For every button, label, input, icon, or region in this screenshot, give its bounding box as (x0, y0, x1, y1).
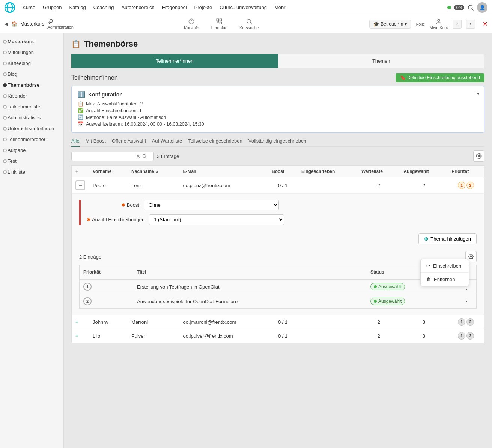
row-minus[interactable]: − (72, 177, 89, 194)
svg-line-4 (472, 9, 473, 10)
sidebar-item-blog[interactable]: Blog (0, 69, 63, 80)
lernpfad-item[interactable]: Lernpfad (211, 18, 227, 30)
nav-coaching[interactable]: Coaching (90, 0, 117, 15)
priority-circle-thema-2: 2 (83, 297, 92, 305)
anzahl-select[interactable]: 1 (Standard)23 (149, 214, 284, 225)
col-plus: + (72, 166, 89, 177)
expanded-cell: ✱ Boost OhneMit Boost ✱ Anzahl Ein (72, 194, 484, 315)
sidebar-item-kaffeeblog[interactable]: Kaffeeblog (0, 58, 63, 69)
sidebar-dot (3, 127, 7, 131)
nav-kurse[interactable]: Kurse (20, 0, 38, 15)
kursinfo-item[interactable]: Kursinfo (184, 18, 199, 30)
config-toggle[interactable]: ▾ (477, 91, 480, 96)
nav-fragenpool[interactable]: Fragenpool (159, 0, 190, 15)
search-icon-inner[interactable] (142, 153, 147, 159)
config-box: ℹ️ Konfiguration ▾ 📋 Max. Auswahl/Priori… (71, 86, 484, 133)
filter-tab-alle[interactable]: Alle (71, 138, 80, 147)
filter-tab-vollstaendig[interactable]: Vollständig eingeschrieben (248, 138, 307, 147)
sidebar-dot (3, 116, 7, 120)
table-header-row: + Vorname Nachname ▲ E-Mail Boost Einges… (72, 166, 484, 177)
nav-katalog[interactable]: Katalog (66, 0, 89, 15)
sidebar-item-aufgabe[interactable]: Aufgabe (0, 145, 63, 156)
nav-curriculumverwaltung[interactable]: Curriculumverwaltung (217, 0, 270, 15)
tab-themen[interactable]: Themen (278, 54, 485, 68)
search-row: ✕ 3 Einträge (71, 150, 484, 162)
rolle-button[interactable]: 🎓 Betreuer*in ▾ (369, 20, 411, 29)
nav-autorenbereich[interactable]: Autorenbereich (119, 0, 158, 15)
row-boost-lilo: 0 / 1 (268, 329, 298, 343)
thema-pri-1: 1 (80, 280, 134, 294)
plus-icon-johnny[interactable]: + (75, 319, 78, 325)
row-ausgewaehlt-lilo: 3 (400, 329, 448, 343)
clear-icon[interactable]: ✕ (136, 153, 140, 159)
row-vorname: Pedro (89, 177, 128, 194)
nav-projekte[interactable]: Projekte (191, 0, 215, 15)
filter-tab-offene[interactable]: Offene Auswahl (112, 138, 146, 147)
prev-arrow[interactable]: ‹ (453, 20, 462, 29)
sidebar-dot (3, 94, 7, 98)
sidebar-label: Kalender (8, 93, 27, 99)
status-badge-1: Ausgewählt (370, 283, 405, 290)
sidebar-label-themenboerse: Themenbörse (8, 82, 39, 88)
course-name[interactable]: Musterkurs (20, 21, 44, 27)
row-eingeschrieben (298, 177, 358, 194)
row-email-lilo: oo.lpulver@frentix.com (179, 329, 268, 343)
row-prioritaet-lilo: 1 2 (448, 329, 484, 343)
sidebar-dot (3, 40, 7, 44)
sidebar-item-linkliste[interactable]: Linkliste (0, 167, 63, 177)
thema-add-row: ⊕ Thema hinzufügen (79, 233, 477, 248)
thema-hinzufuegen-button[interactable]: ⊕ Thema hinzufügen (418, 233, 477, 244)
row-warteliste-johnny: 2 (358, 315, 400, 329)
sidebar-item-test[interactable]: Test ➤ (0, 156, 63, 167)
next-arrow[interactable]: › (466, 20, 475, 29)
tab-teilnehmer[interactable]: Teilnehmer*innen (71, 54, 278, 68)
filter-tab-warteliste[interactable]: Auf Warteliste (152, 138, 182, 147)
sidebar-item-mitteilungen[interactable]: Mitteilungen (0, 47, 63, 58)
popup-einschreiben[interactable]: ↩ Einschreiben (421, 259, 469, 273)
minus-button[interactable]: − (75, 180, 85, 190)
entries-count: 3 Einträge (157, 153, 179, 159)
nav-gruppen[interactable]: Gruppen (40, 0, 65, 15)
sidebar-item-themenboerse[interactable]: Themenbörse (0, 80, 63, 90)
three-dots-row-2[interactable]: ⋮ (461, 298, 472, 305)
logo[interactable] (5, 2, 15, 13)
sidebar-item-administratives[interactable]: Administratives (0, 112, 63, 123)
close-button[interactable]: ✕ (483, 20, 487, 27)
thema-actions-2: ⋮ (457, 294, 477, 309)
back-arrow[interactable]: ◀ (5, 21, 8, 27)
sidebar-item-teilnehmerliste[interactable]: Teilnehmerliste (0, 101, 63, 112)
thema-row-2: 2 Anwendungsbeispiele für OpenOlat-Formu… (80, 294, 477, 309)
definitive-button[interactable]: 🔖 Definitive Einschreibung ausstehend (396, 73, 484, 82)
sidebar-item-kalender[interactable]: Kalender (0, 90, 63, 101)
kurssuche-item[interactable]: Kurssuche (239, 18, 259, 30)
plus-icon-lilo[interactable]: + (75, 333, 78, 339)
row-plus-johnny[interactable]: + (72, 315, 89, 329)
row-plus-lilo[interactable]: + (72, 329, 89, 343)
sidebar-label: Teilnehmerliste (8, 104, 40, 110)
search-input[interactable] (75, 153, 135, 159)
nav-mehr[interactable]: Mehr (271, 0, 289, 15)
sidebar-item-musterkurs[interactable]: Musterkurs (0, 36, 63, 47)
filter-tab-teilweise[interactable]: Teilweise eingeschrieben (188, 138, 242, 147)
col-vorname[interactable]: Vorname (89, 166, 128, 177)
row-ausgewaehlt-johnny: 3 (400, 315, 448, 329)
page-title-row: 📋 Themenbörse (71, 39, 484, 49)
avatar[interactable]: 👤 (477, 2, 487, 13)
boost-select[interactable]: OhneMit Boost (144, 200, 279, 210)
sidebar-item-teilnehmerordner[interactable]: Teilnehmerordner (0, 134, 63, 145)
row-ausgewaehlt: 2 (400, 177, 448, 194)
priority-circle-l1: 1 (458, 332, 465, 340)
svg-point-3 (468, 5, 472, 9)
sidebar-item-unterrichtsunterlagen[interactable]: Unterrichtsunterlagen (0, 123, 63, 134)
thema-header-row: 2 Einträge (79, 251, 477, 262)
admin-label[interactable]: Administration (47, 25, 74, 29)
settings-gear-button[interactable] (473, 150, 484, 162)
col-nachname[interactable]: Nachname ▲ (128, 166, 179, 177)
row-eingeschrieben-johnny (298, 315, 358, 329)
mein-kurs-item[interactable]: Mein Kurs (429, 18, 448, 30)
popup-entfernen[interactable]: 🗑 Entfernen (421, 273, 469, 286)
sidebar-label: Test (8, 158, 17, 164)
red-line (79, 200, 81, 225)
filter-tab-mitboost[interactable]: Mit Boost (86, 138, 106, 147)
search-icon[interactable] (467, 4, 474, 11)
